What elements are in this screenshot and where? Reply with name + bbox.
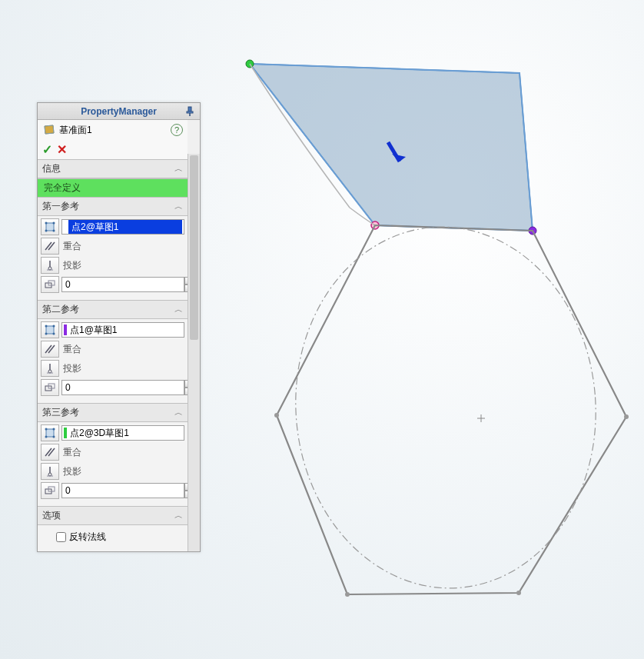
svg-point-20 bbox=[53, 230, 55, 232]
feature-title-row: 基准面1 ? bbox=[38, 120, 188, 140]
options-section-header[interactable]: 选项 ︿ bbox=[38, 506, 188, 525]
svg-line-22 bbox=[48, 242, 55, 250]
svg-line-2 bbox=[388, 142, 400, 161]
svg-marker-4 bbox=[277, 225, 626, 594]
ref3-offset-spinner[interactable]: ▲ ▼ bbox=[61, 483, 195, 498]
chevron-up-icon: ︿ bbox=[174, 510, 183, 521]
offset-icon[interactable] bbox=[41, 482, 59, 499]
scrollbar-thumb[interactable] bbox=[190, 155, 198, 340]
plane-feature-icon bbox=[42, 123, 56, 137]
coincident-icon[interactable] bbox=[41, 238, 59, 255]
svg-point-17 bbox=[45, 222, 48, 225]
svg-point-30 bbox=[53, 325, 55, 328]
plane-point-2 bbox=[371, 221, 379, 229]
svg-point-31 bbox=[45, 333, 48, 335]
chevron-up-icon: ︿ bbox=[174, 201, 183, 212]
flip-normal-row[interactable]: 反转法线 bbox=[41, 528, 184, 547]
help-icon[interactable]: ? bbox=[171, 124, 183, 136]
ref1-section-header[interactable]: 第一参考 ︿ bbox=[38, 197, 188, 216]
svg-rect-28 bbox=[46, 326, 54, 334]
ref1-selection-field[interactable]: 点2@草图1 bbox=[61, 219, 184, 235]
svg-marker-14 bbox=[45, 125, 54, 134]
svg-point-43 bbox=[45, 436, 48, 438]
flip-normal-label: 反转法线 bbox=[69, 531, 106, 544]
property-manager-panel: PropertyManager 基准面1 ? ✓ ✕ 信息 ︿ 完全定义 第一参… bbox=[37, 102, 201, 552]
project-label: 投影 bbox=[61, 465, 81, 478]
project-icon[interactable] bbox=[41, 360, 59, 377]
project-icon[interactable] bbox=[41, 257, 59, 274]
ref2-color-swatch bbox=[64, 325, 67, 335]
viewport-3d bbox=[215, 0, 644, 659]
svg-point-5 bbox=[624, 414, 629, 419]
ref2-offset-input[interactable] bbox=[61, 380, 184, 395]
ref2-label: 第二参考 bbox=[42, 303, 79, 316]
coincident-label: 重合 bbox=[61, 446, 81, 459]
selection-icon[interactable] bbox=[41, 321, 59, 338]
ref3-color-swatch bbox=[64, 428, 67, 438]
svg-line-46 bbox=[48, 448, 55, 456]
svg-line-45 bbox=[45, 448, 51, 456]
ref2-body: 点1@草图1 重合 投影 bbox=[38, 319, 188, 403]
options-body: 反转法线 bbox=[38, 525, 188, 551]
coincident-icon[interactable] bbox=[41, 444, 59, 461]
svg-point-29 bbox=[45, 325, 48, 328]
flip-normal-checkbox[interactable] bbox=[56, 532, 66, 542]
hexagon-sketch bbox=[274, 225, 629, 597]
svg-point-6 bbox=[516, 591, 521, 595]
project-icon[interactable] bbox=[41, 463, 59, 480]
svg-point-18 bbox=[53, 222, 55, 225]
options-label: 选项 bbox=[42, 509, 61, 522]
ref3-selection-text: 点2@3D草图1 bbox=[68, 426, 131, 441]
ref2-selection-text: 点1@草图1 bbox=[68, 323, 119, 338]
svg-point-44 bbox=[53, 436, 55, 438]
ref2-selection-field[interactable]: 点1@草图1 bbox=[61, 322, 184, 338]
ref2-offset-spinner[interactable]: ▲ ▼ bbox=[61, 380, 195, 395]
reference-plane bbox=[250, 64, 533, 231]
ref1-offset-input[interactable] bbox=[61, 277, 184, 292]
ref3-section-header[interactable]: 第三参考 ︿ bbox=[38, 403, 188, 422]
panel-title: PropertyManager bbox=[81, 106, 157, 117]
selection-icon[interactable] bbox=[41, 218, 59, 235]
offset-icon[interactable] bbox=[41, 379, 59, 396]
ref1-offset-spinner[interactable]: ▲ ▼ bbox=[61, 277, 195, 292]
offset-icon[interactable] bbox=[41, 276, 59, 293]
ref1-body: 点2@草图1 重合 投影 bbox=[38, 216, 188, 300]
chevron-up-icon: ︿ bbox=[174, 304, 183, 315]
svg-rect-40 bbox=[46, 429, 54, 437]
pushpin-icon[interactable] bbox=[183, 105, 197, 118]
info-label: 信息 bbox=[42, 162, 61, 175]
svg-rect-13 bbox=[187, 111, 193, 113]
edge-curve bbox=[250, 64, 375, 225]
construction-circle bbox=[284, 217, 608, 598]
svg-point-7 bbox=[345, 592, 350, 597]
ref3-offset-input[interactable] bbox=[61, 483, 184, 498]
ref1-label: 第一参考 bbox=[42, 200, 79, 213]
ref2-section-header[interactable]: 第二参考 ︿ bbox=[38, 300, 188, 319]
panel-scrollbar[interactable] bbox=[188, 154, 200, 551]
plane-point-1 bbox=[246, 60, 254, 68]
svg-rect-16 bbox=[46, 223, 54, 231]
normal-arrow-icon bbox=[388, 142, 406, 161]
plane-point-3 bbox=[529, 227, 536, 235]
svg-point-8 bbox=[274, 413, 279, 418]
ref1-color-swatch bbox=[64, 221, 67, 232]
panel-header: PropertyManager bbox=[38, 103, 200, 120]
center-cross-icon bbox=[477, 414, 485, 422]
svg-line-34 bbox=[48, 345, 55, 353]
svg-marker-3 bbox=[392, 154, 406, 161]
svg-line-21 bbox=[45, 242, 51, 250]
coincident-icon[interactable] bbox=[41, 341, 59, 358]
ok-cancel-row: ✓ ✕ bbox=[38, 140, 188, 159]
info-section-header[interactable]: 信息 ︿ bbox=[38, 159, 188, 178]
cancel-button[interactable]: ✕ bbox=[57, 142, 67, 157]
ref1-selection-text: 点2@草图1 bbox=[68, 220, 182, 235]
ok-button[interactable]: ✓ bbox=[42, 142, 52, 157]
ref3-selection-field[interactable]: 点2@3D草图1 bbox=[61, 425, 184, 441]
panel-body: 基准面1 ? ✓ ✕ 信息 ︿ 完全定义 第一参考 ︿ 点2@草图1 bbox=[38, 120, 200, 551]
svg-point-41 bbox=[45, 428, 48, 431]
svg-point-19 bbox=[45, 230, 48, 232]
selection-icon[interactable] bbox=[41, 424, 59, 441]
svg-point-42 bbox=[53, 428, 55, 431]
svg-point-24 bbox=[48, 267, 51, 270]
svg-point-36 bbox=[48, 370, 51, 373]
